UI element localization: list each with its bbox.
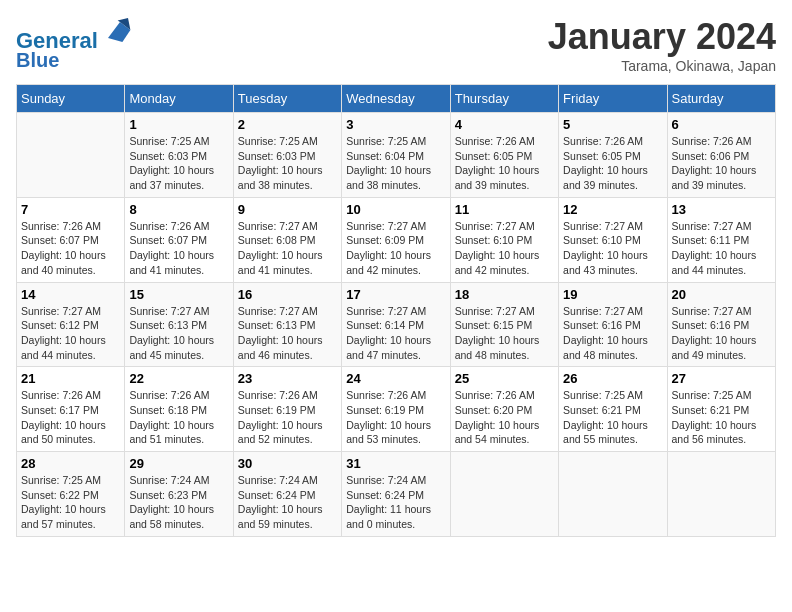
calendar-week-3: 14Sunrise: 7:27 AM Sunset: 6:12 PM Dayli… [17, 282, 776, 367]
calendar-cell: 24Sunrise: 7:26 AM Sunset: 6:19 PM Dayli… [342, 367, 450, 452]
calendar-cell: 7Sunrise: 7:26 AM Sunset: 6:07 PM Daylig… [17, 197, 125, 282]
calendar-cell: 13Sunrise: 7:27 AM Sunset: 6:11 PM Dayli… [667, 197, 775, 282]
day-info: Sunrise: 7:27 AM Sunset: 6:13 PM Dayligh… [238, 304, 337, 363]
day-info: Sunrise: 7:27 AM Sunset: 6:12 PM Dayligh… [21, 304, 120, 363]
day-number: 29 [129, 456, 228, 471]
day-info: Sunrise: 7:27 AM Sunset: 6:10 PM Dayligh… [455, 219, 554, 278]
day-number: 17 [346, 287, 445, 302]
logo: General Blue [16, 16, 132, 71]
calendar-cell: 2Sunrise: 7:25 AM Sunset: 6:03 PM Daylig… [233, 113, 341, 198]
calendar-cell [667, 452, 775, 537]
calendar-cell: 23Sunrise: 7:26 AM Sunset: 6:19 PM Dayli… [233, 367, 341, 452]
day-number: 31 [346, 456, 445, 471]
header-cell-saturday: Saturday [667, 85, 775, 113]
day-number: 9 [238, 202, 337, 217]
day-info: Sunrise: 7:26 AM Sunset: 6:07 PM Dayligh… [129, 219, 228, 278]
calendar-cell: 1Sunrise: 7:25 AM Sunset: 6:03 PM Daylig… [125, 113, 233, 198]
day-info: Sunrise: 7:26 AM Sunset: 6:06 PM Dayligh… [672, 134, 771, 193]
header-cell-friday: Friday [559, 85, 667, 113]
day-info: Sunrise: 7:27 AM Sunset: 6:16 PM Dayligh… [563, 304, 662, 363]
calendar-cell: 4Sunrise: 7:26 AM Sunset: 6:05 PM Daylig… [450, 113, 558, 198]
day-number: 22 [129, 371, 228, 386]
day-info: Sunrise: 7:24 AM Sunset: 6:24 PM Dayligh… [238, 473, 337, 532]
calendar-header: SundayMondayTuesdayWednesdayThursdayFrid… [17, 85, 776, 113]
header-cell-thursday: Thursday [450, 85, 558, 113]
day-info: Sunrise: 7:25 AM Sunset: 6:04 PM Dayligh… [346, 134, 445, 193]
day-number: 8 [129, 202, 228, 217]
header-cell-wednesday: Wednesday [342, 85, 450, 113]
calendar-cell: 18Sunrise: 7:27 AM Sunset: 6:15 PM Dayli… [450, 282, 558, 367]
logo-text: General [16, 16, 132, 53]
day-number: 16 [238, 287, 337, 302]
day-number: 25 [455, 371, 554, 386]
day-number: 13 [672, 202, 771, 217]
calendar-body: 1Sunrise: 7:25 AM Sunset: 6:03 PM Daylig… [17, 113, 776, 537]
month-title: January 2024 [548, 16, 776, 58]
day-number: 2 [238, 117, 337, 132]
day-number: 5 [563, 117, 662, 132]
day-number: 4 [455, 117, 554, 132]
day-number: 11 [455, 202, 554, 217]
day-number: 10 [346, 202, 445, 217]
page-header: General Blue January 2024 Tarama, Okinaw… [16, 16, 776, 74]
calendar-cell: 30Sunrise: 7:24 AM Sunset: 6:24 PM Dayli… [233, 452, 341, 537]
day-info: Sunrise: 7:24 AM Sunset: 6:24 PM Dayligh… [346, 473, 445, 532]
location-subtitle: Tarama, Okinawa, Japan [548, 58, 776, 74]
calendar-cell [17, 113, 125, 198]
calendar-cell: 10Sunrise: 7:27 AM Sunset: 6:09 PM Dayli… [342, 197, 450, 282]
calendar-week-1: 1Sunrise: 7:25 AM Sunset: 6:03 PM Daylig… [17, 113, 776, 198]
day-number: 14 [21, 287, 120, 302]
day-number: 6 [672, 117, 771, 132]
calendar-cell: 9Sunrise: 7:27 AM Sunset: 6:08 PM Daylig… [233, 197, 341, 282]
calendar-cell [450, 452, 558, 537]
day-number: 19 [563, 287, 662, 302]
calendar-cell: 16Sunrise: 7:27 AM Sunset: 6:13 PM Dayli… [233, 282, 341, 367]
calendar-table: SundayMondayTuesdayWednesdayThursdayFrid… [16, 84, 776, 537]
day-info: Sunrise: 7:27 AM Sunset: 6:08 PM Dayligh… [238, 219, 337, 278]
day-number: 15 [129, 287, 228, 302]
calendar-cell: 28Sunrise: 7:25 AM Sunset: 6:22 PM Dayli… [17, 452, 125, 537]
day-info: Sunrise: 7:27 AM Sunset: 6:11 PM Dayligh… [672, 219, 771, 278]
day-info: Sunrise: 7:26 AM Sunset: 6:07 PM Dayligh… [21, 219, 120, 278]
calendar-cell: 15Sunrise: 7:27 AM Sunset: 6:13 PM Dayli… [125, 282, 233, 367]
day-number: 7 [21, 202, 120, 217]
calendar-cell: 6Sunrise: 7:26 AM Sunset: 6:06 PM Daylig… [667, 113, 775, 198]
day-number: 23 [238, 371, 337, 386]
logo-icon [100, 14, 132, 46]
day-info: Sunrise: 7:25 AM Sunset: 6:03 PM Dayligh… [129, 134, 228, 193]
day-info: Sunrise: 7:26 AM Sunset: 6:05 PM Dayligh… [455, 134, 554, 193]
day-info: Sunrise: 7:26 AM Sunset: 6:19 PM Dayligh… [346, 388, 445, 447]
day-number: 12 [563, 202, 662, 217]
day-number: 20 [672, 287, 771, 302]
calendar-cell: 21Sunrise: 7:26 AM Sunset: 6:17 PM Dayli… [17, 367, 125, 452]
calendar-cell: 8Sunrise: 7:26 AM Sunset: 6:07 PM Daylig… [125, 197, 233, 282]
calendar-cell: 31Sunrise: 7:24 AM Sunset: 6:24 PM Dayli… [342, 452, 450, 537]
day-info: Sunrise: 7:27 AM Sunset: 6:13 PM Dayligh… [129, 304, 228, 363]
day-info: Sunrise: 7:25 AM Sunset: 6:22 PM Dayligh… [21, 473, 120, 532]
calendar-week-2: 7Sunrise: 7:26 AM Sunset: 6:07 PM Daylig… [17, 197, 776, 282]
header-cell-monday: Monday [125, 85, 233, 113]
day-info: Sunrise: 7:27 AM Sunset: 6:16 PM Dayligh… [672, 304, 771, 363]
day-info: Sunrise: 7:27 AM Sunset: 6:15 PM Dayligh… [455, 304, 554, 363]
calendar-cell [559, 452, 667, 537]
day-number: 27 [672, 371, 771, 386]
day-info: Sunrise: 7:25 AM Sunset: 6:21 PM Dayligh… [563, 388, 662, 447]
day-number: 21 [21, 371, 120, 386]
calendar-cell: 5Sunrise: 7:26 AM Sunset: 6:05 PM Daylig… [559, 113, 667, 198]
day-info: Sunrise: 7:27 AM Sunset: 6:09 PM Dayligh… [346, 219, 445, 278]
day-number: 28 [21, 456, 120, 471]
day-info: Sunrise: 7:26 AM Sunset: 6:05 PM Dayligh… [563, 134, 662, 193]
day-info: Sunrise: 7:25 AM Sunset: 6:21 PM Dayligh… [672, 388, 771, 447]
calendar-week-4: 21Sunrise: 7:26 AM Sunset: 6:17 PM Dayli… [17, 367, 776, 452]
calendar-cell: 12Sunrise: 7:27 AM Sunset: 6:10 PM Dayli… [559, 197, 667, 282]
day-number: 18 [455, 287, 554, 302]
day-info: Sunrise: 7:26 AM Sunset: 6:18 PM Dayligh… [129, 388, 228, 447]
day-info: Sunrise: 7:27 AM Sunset: 6:10 PM Dayligh… [563, 219, 662, 278]
header-cell-tuesday: Tuesday [233, 85, 341, 113]
header-row: SundayMondayTuesdayWednesdayThursdayFrid… [17, 85, 776, 113]
calendar-cell: 29Sunrise: 7:24 AM Sunset: 6:23 PM Dayli… [125, 452, 233, 537]
calendar-cell: 25Sunrise: 7:26 AM Sunset: 6:20 PM Dayli… [450, 367, 558, 452]
day-number: 3 [346, 117, 445, 132]
day-info: Sunrise: 7:26 AM Sunset: 6:19 PM Dayligh… [238, 388, 337, 447]
day-info: Sunrise: 7:25 AM Sunset: 6:03 PM Dayligh… [238, 134, 337, 193]
